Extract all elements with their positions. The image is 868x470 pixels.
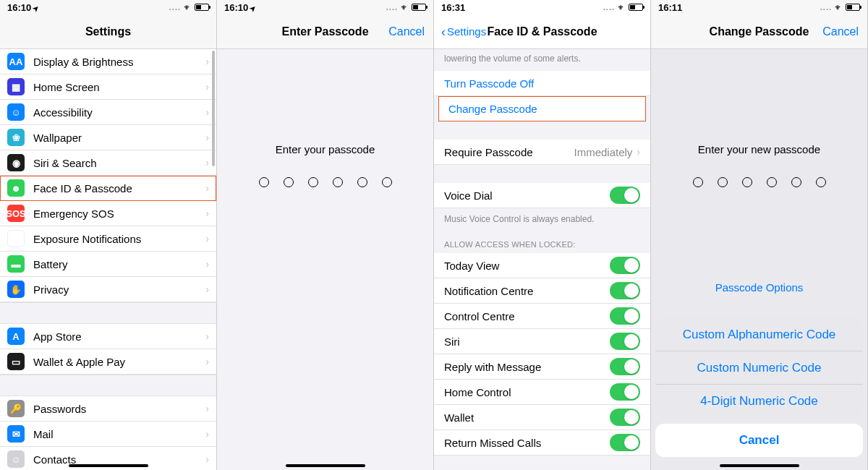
siri-toggle[interactable] [610,333,640,350]
row-accessibility[interactable]: ☺ Accessibility › [0,100,216,125]
reply-message-toggle[interactable] [610,358,640,375]
chevron-right-icon: › [205,258,209,270]
passcode-dot [693,177,703,187]
status-right: .... ᯤ [820,3,860,12]
passcode-prompt: Enter your passcode [217,143,433,155]
page-title: Change Passcode [710,25,809,38]
mail-icon: ✉ [7,425,25,443]
change-passcode-content: Enter your new passcode Passcode Options… [651,49,867,470]
row-battery[interactable]: ▬ Battery › [0,252,216,277]
chevron-right-icon: › [205,132,209,143]
exposure-icon: ✱ [7,230,25,247]
passcode-dot [259,177,269,187]
passcode-dot [357,177,367,187]
group-separator [434,121,650,140]
row-wallet-applepay[interactable]: ▭ Wallet & Apple Pay › [0,349,216,375]
passcode-entry: Enter your passcode [217,49,433,470]
return-missed-toggle[interactable] [610,434,640,451]
row-passwords[interactable]: 🔑 Passwords › [0,396,216,422]
voice-dial-footnote: Music Voice Control is always enabled. [434,208,650,230]
today-view-toggle[interactable] [610,257,640,274]
notification-centre-toggle[interactable] [610,282,640,299]
row-display-brightness[interactable]: AA Display & Brightness › [0,49,216,74]
row-mail[interactable]: ✉ Mail › [0,422,216,447]
navbar: Change Passcode Cancel [651,14,867,49]
scrollbar[interactable] [212,51,215,166]
row-faceid-passcode[interactable]: ☻ Face ID & Passcode › [0,176,216,201]
home-indicator[interactable] [286,464,365,467]
status-time: 16:10 [7,2,38,13]
wallet-toggle[interactable] [610,409,640,426]
battery-icon [846,4,860,11]
navbar: ‹ Settings Face ID & Passcode [434,14,650,49]
battery-icon [195,4,209,11]
passcode-dot [718,177,728,187]
navbar: Enter Passcode Cancel [217,14,433,49]
voice-dial-row: Voice Dial [434,183,650,208]
control-centre-toggle[interactable] [610,307,640,325]
status-bar: 16:31 .... ᯤ [434,0,650,14]
change-passcode-button[interactable]: Change Passcode [438,96,646,121]
page-title: Enter Passcode [281,25,368,38]
row-app-store[interactable]: A App Store › [0,324,216,349]
accessibility-icon: ☺ [7,103,25,121]
row-exposure-notifications[interactable]: ✱ Exposure Notifications › [0,226,216,252]
control-centre-row: Control Centre [434,304,650,329]
require-passcode-row[interactable]: Require Passcode Immediately › [434,140,650,165]
home-indicator[interactable] [69,464,148,467]
chevron-right-icon: › [205,356,209,367]
chevron-right-icon: › [637,146,640,158]
chevron-right-icon: › [205,182,209,194]
action-sheet-options: Custom Alphanumeric Code Custom Numeric … [655,318,863,418]
chevron-right-icon: › [205,403,209,414]
page-title: Settings [85,25,131,38]
description-text: lowering the volume of some alerts. [434,49,650,71]
chevron-right-icon: › [205,453,209,465]
passwords-icon: 🔑 [7,400,25,417]
passcode-dot [308,177,318,187]
faceid-settings-content[interactable]: lowering the volume of some alerts. Turn… [434,49,650,470]
page-title: Face ID & Passcode [487,25,597,38]
voice-dial-toggle[interactable] [610,187,640,204]
sheet-cancel-button[interactable]: Cancel [655,424,863,457]
option-4digit[interactable]: 4-Digit Numeric Code [655,385,863,418]
status-bar: 16:10 .... ᯤ [0,0,216,14]
back-button[interactable]: ‹ Settings [441,25,486,38]
passcode-dot [742,177,752,187]
today-view-row: Today View [434,253,650,278]
wallet-row: Wallet [434,405,650,430]
screen-settings: 16:10 .... ᯤ Settings AA Display & Brigh… [0,0,217,470]
row-wallpaper[interactable]: ❀ Wallpaper › [0,125,216,150]
row-siri-search[interactable]: ◉ Siri & Search › [0,150,216,176]
passcode-options-link[interactable]: Passcode Options [651,281,867,294]
group-separator [434,165,650,183]
home-indicator[interactable] [720,464,799,467]
battery-icon [412,4,426,11]
appstore-icon: A [7,328,25,345]
row-privacy[interactable]: ✋ Privacy › [0,277,216,302]
screen-enter-passcode: 16:10 .... ᯤ Enter Passcode Cancel Enter… [217,0,434,470]
chevron-right-icon: › [205,157,209,168]
passcode-dot [333,177,343,187]
passcode-dots [217,177,433,187]
chevron-left-icon: ‹ [441,25,446,38]
home-control-toggle[interactable] [610,383,640,401]
battery-icon [629,4,643,11]
home-control-row: Home Control [434,380,650,405]
turn-passcode-off-button[interactable]: Turn Passcode Off [434,71,650,96]
settings-list[interactable]: AA Display & Brightness › ▦ Home Screen … [0,49,216,470]
row-emergency-sos[interactable]: SOS Emergency SOS › [0,201,216,226]
siri-icon: ◉ [7,154,25,171]
siri-row: Siri [434,329,650,354]
row-home-screen[interactable]: ▦ Home Screen › [0,74,216,100]
option-alphanumeric[interactable]: Custom Alphanumeric Code [655,318,863,351]
cancel-button[interactable]: Cancel [822,25,859,38]
new-passcode-prompt: Enter your new passcode [651,143,867,155]
option-numeric[interactable]: Custom Numeric Code [655,351,863,385]
cancel-button[interactable]: Cancel [388,25,425,38]
chevron-right-icon: › [205,208,209,219]
chevron-right-icon: › [205,81,209,93]
home-screen-icon: ▦ [7,78,25,95]
status-right: .... ᯤ [603,3,643,12]
screen-change-passcode: 16:11 .... ᯤ Change Passcode Cancel Ente… [651,0,868,470]
